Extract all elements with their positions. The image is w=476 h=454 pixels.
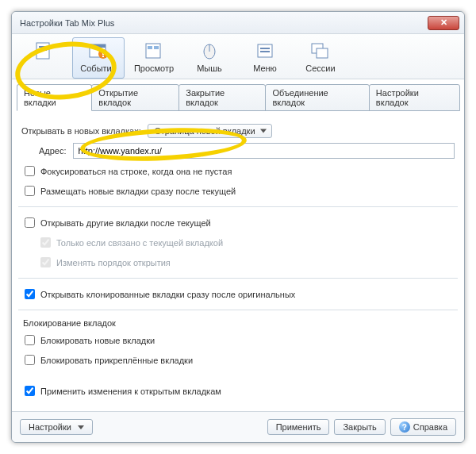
svg-rect-9 bbox=[148, 46, 152, 49]
svg-rect-17 bbox=[317, 48, 328, 58]
settings-menu-button[interactable]: Настройки bbox=[20, 419, 93, 435]
row-open-others-after: Открывать другие вкладки после текущей bbox=[21, 215, 455, 230]
sub-tabs: Новые вкладки Открытие вкладок Закрытие … bbox=[12, 79, 464, 111]
mouse-icon bbox=[198, 41, 221, 62]
label-apply-to-open: Применить изменения к открытым вкладкам bbox=[40, 387, 221, 396]
toolbar-button-view[interactable]: Просмотр bbox=[128, 37, 180, 79]
tab-opening[interactable]: Открытие вкладок bbox=[91, 84, 179, 111]
sessions-icon bbox=[309, 41, 332, 62]
toolbar-label-view: Просмотр bbox=[134, 63, 174, 73]
separator-1 bbox=[18, 206, 458, 207]
label-focus-nonempty: Фокусироваться на строке, когда она не п… bbox=[40, 167, 232, 176]
toolbar-label-menu: Меню bbox=[253, 63, 277, 73]
address-label: Адрес: bbox=[39, 146, 67, 156]
toolbar-button-sessions[interactable]: Сессии bbox=[294, 37, 347, 79]
svg-rect-6 bbox=[102, 51, 104, 55]
address-input[interactable] bbox=[73, 143, 455, 159]
view-icon bbox=[143, 41, 165, 62]
svg-rect-2 bbox=[39, 49, 47, 51]
open-in-new-select[interactable]: Страница новой вкладки bbox=[148, 124, 272, 138]
calendar-alert-icon bbox=[87, 41, 109, 62]
checkbox-place-after-current[interactable] bbox=[25, 186, 35, 196]
toolbar: События Просмотр Мышь Меню Сессии bbox=[12, 34, 464, 79]
settings-button-label: Настройки bbox=[29, 422, 71, 432]
label-only-if-related: Только если связано с текущей вкладкой bbox=[56, 238, 223, 248]
checkbox-focus-nonempty[interactable] bbox=[25, 166, 35, 176]
svg-rect-8 bbox=[146, 44, 160, 58]
label-cloned-after-original: Открывать клонированные вкладки сразу по… bbox=[40, 290, 295, 299]
checkbox-open-others-after[interactable] bbox=[25, 217, 35, 228]
row-open-in-new: Открывать в новых вкладках: Страница нов… bbox=[21, 124, 455, 138]
toolbar-label-mouse: Мышь bbox=[197, 63, 222, 73]
row-only-if-related: Только если связано с текущей вкладкой bbox=[37, 235, 455, 250]
row-cloned-after-original: Открывать клонированные вкладки сразу по… bbox=[21, 287, 455, 302]
label-block-pinned: Блокировать прикреплённые вкладки bbox=[40, 356, 193, 365]
apply-button[interactable]: Применить bbox=[267, 419, 330, 435]
locking-header: Блокирование вкладок bbox=[23, 318, 455, 328]
open-in-new-value: Страница новой вкладки bbox=[155, 126, 255, 136]
row-address: Адрес: bbox=[21, 143, 455, 159]
label-open-others-after: Открывать другие вкладки после текущей bbox=[40, 218, 211, 228]
page-icon bbox=[32, 41, 54, 62]
checkbox-block-new[interactable] bbox=[25, 335, 35, 345]
close-button-label: Закрыть bbox=[343, 422, 376, 432]
row-apply-to-open: Применить изменения к открытым вкладкам bbox=[21, 383, 455, 398]
tab-settings[interactable]: Настройки вкладок bbox=[369, 84, 460, 111]
svg-rect-15 bbox=[260, 51, 270, 52]
svg-rect-1 bbox=[39, 46, 47, 48]
tab-closing[interactable]: Закрытие вкладок bbox=[178, 84, 266, 111]
titlebar: Настройки Tab Mix Plus ✕ bbox=[12, 12, 464, 34]
open-in-new-label: Открывать в новых вкладках: bbox=[21, 126, 141, 136]
row-focus-nonempty: Фокусироваться на строке, когда она не п… bbox=[21, 164, 455, 179]
content-panel: Открывать в новых вкладках: Страница нов… bbox=[12, 111, 464, 411]
help-button-label: Справка bbox=[413, 422, 447, 432]
toolbar-button-menu[interactable]: Меню bbox=[239, 37, 291, 79]
checkbox-change-open-order bbox=[40, 257, 51, 267]
tab-new-tabs[interactable]: Новые вкладки bbox=[17, 84, 92, 111]
label-change-open-order: Изменять порядок открытия bbox=[56, 258, 171, 267]
toolbar-label-events: События bbox=[80, 63, 116, 73]
svg-rect-14 bbox=[260, 48, 270, 49]
help-button[interactable]: ? Справка bbox=[390, 418, 456, 436]
window-close-button[interactable]: ✕ bbox=[428, 16, 459, 30]
checkbox-apply-to-open[interactable] bbox=[25, 386, 35, 396]
toolbar-button-0[interactable] bbox=[17, 37, 69, 79]
help-icon: ? bbox=[399, 421, 410, 433]
settings-window: Настройки Tab Mix Plus ✕ События Просмот… bbox=[11, 11, 465, 443]
button-bar: Настройки Применить Закрыть ? Справка bbox=[12, 411, 464, 442]
separator-2 bbox=[18, 278, 458, 279]
row-block-new: Блокировать новые вкладки bbox=[21, 333, 455, 348]
svg-rect-10 bbox=[154, 46, 159, 49]
checkbox-block-pinned[interactable] bbox=[25, 355, 35, 365]
apply-button-label: Применить bbox=[276, 422, 321, 432]
checkbox-cloned-after-original[interactable] bbox=[25, 289, 35, 299]
row-block-pinned: Блокировать прикреплённые вкладки bbox=[21, 352, 455, 367]
checkbox-only-if-related bbox=[40, 237, 51, 248]
close-button[interactable]: Закрыть bbox=[334, 419, 385, 435]
row-change-open-order: Изменять порядок открытия bbox=[37, 255, 455, 270]
separator-3 bbox=[18, 310, 458, 310]
tab-merging[interactable]: Объединение вкладок bbox=[265, 84, 369, 111]
toolbar-button-mouse[interactable]: Мышь bbox=[183, 37, 236, 79]
label-block-new: Блокировать новые вкладки bbox=[40, 336, 155, 345]
label-place-after-current: Размещать новые вкладки сразу после теку… bbox=[40, 187, 236, 196]
toolbar-button-events[interactable]: События bbox=[72, 37, 125, 79]
svg-rect-4 bbox=[90, 44, 106, 48]
menu-icon bbox=[254, 41, 276, 62]
window-title: Настройки Tab Mix Plus bbox=[20, 18, 428, 28]
row-place-after-current: Размещать новые вкладки сразу после теку… bbox=[21, 183, 455, 198]
close-icon: ✕ bbox=[440, 17, 447, 28]
svg-rect-7 bbox=[102, 56, 104, 57]
toolbar-label-sessions: Сессии bbox=[305, 63, 335, 73]
